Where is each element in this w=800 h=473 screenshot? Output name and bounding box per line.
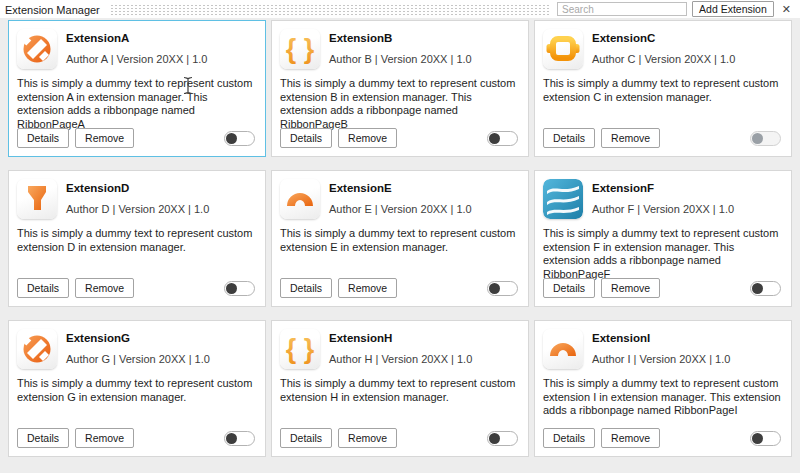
add-extension-button[interactable]: Add Extension [692,1,774,17]
extension-description: This is simply a dummy text to represent… [17,77,257,131]
enable-toggle[interactable] [750,431,781,446]
toggle-knob [489,283,500,294]
details-button[interactable]: Details [280,278,332,298]
braces-icon: { } [280,29,320,69]
extension-name: ExtensionB [329,32,472,44]
remove-button[interactable]: Remove [338,128,397,148]
socket-icon [543,29,583,69]
enable-toggle[interactable] [750,131,781,146]
remove-button[interactable]: Remove [601,428,660,448]
arch-icon [543,329,583,369]
details-button[interactable]: Details [280,128,332,148]
enable-toggle[interactable] [487,281,518,296]
toggle-knob [489,433,500,444]
details-button[interactable]: Details [17,428,69,448]
extension-description: This is simply a dummy text to represent… [543,77,783,104]
extension-description: This is simply a dummy text to represent… [280,377,520,404]
extension-name: ExtensionH [329,332,472,344]
extension-meta: Author H | Version 20XX | 1.0 [329,353,472,365]
drag-gripper-dots[interactable] [110,4,549,15]
extension-name: ExtensionF [592,182,734,194]
details-button[interactable]: Details [543,128,595,148]
extension-name: ExtensionC [592,32,735,44]
title-bar: Extension Manager Add Extension ✕ [0,0,800,18]
extension-name: ExtensionG [66,332,210,344]
extension-description: This is simply a dummy text to represent… [280,77,520,131]
extension-card-f[interactable]: ExtensionF Author F | Version 20XX | 1.0… [534,170,792,307]
toggle-knob [489,133,500,144]
details-button[interactable]: Details [17,128,69,148]
extension-meta: Author C | Version 20XX | 1.0 [592,53,735,65]
extension-meta: Author D | Version 20XX | 1.0 [66,203,209,215]
enable-toggle[interactable] [750,281,781,296]
extension-card-e[interactable]: ExtensionE Author E | Version 20XX | 1.0… [271,170,529,307]
extension-card-c[interactable]: ExtensionC Author C | Version 20XX | 1.0… [534,20,792,157]
enable-toggle[interactable] [224,431,255,446]
enable-toggle[interactable] [487,131,518,146]
page-title: Extension Manager [5,3,100,16]
extension-card-grid: ExtensionA Author A | Version 20XX | 1.0… [0,18,800,457]
extension-description: This is simply a dummy text to represent… [17,227,257,254]
extension-meta: Author E | Version 20XX | 1.0 [329,203,472,215]
details-button[interactable]: Details [543,278,595,298]
svg-text:{ }: { } [286,34,315,64]
svg-text:{ }: { } [286,334,315,364]
extension-card-a[interactable]: ExtensionA Author A | Version 20XX | 1.0… [8,20,266,157]
extension-card-b[interactable]: { } ExtensionB Author B | Version 20XX |… [271,20,529,157]
remove-button[interactable]: Remove [75,278,134,298]
braces-icon: { } [280,329,320,369]
search-input[interactable] [557,2,687,16]
arch-icon [280,179,320,219]
toggle-knob [226,283,237,294]
close-icon[interactable]: ✕ [782,4,791,15]
extension-name: ExtensionE [329,182,472,194]
toggle-knob [226,433,237,444]
extension-description: This is simply a dummy text to represent… [17,377,257,404]
extension-description: This is simply a dummy text to represent… [543,227,783,281]
pie-segments-icon [17,329,57,369]
extension-meta: Author G | Version 20XX | 1.0 [66,353,210,365]
waves-icon [543,179,583,219]
enable-toggle[interactable] [224,131,255,146]
extension-card-i[interactable]: ExtensionI Author I | Version 20XX | 1.0… [534,320,792,457]
remove-button[interactable]: Remove [338,278,397,298]
extension-name: ExtensionA [66,32,207,44]
details-button[interactable]: Details [17,278,69,298]
extension-description: This is simply a dummy text to represent… [280,227,520,254]
extension-meta: Author A | Version 20XX | 1.0 [66,53,207,65]
remove-button[interactable]: Remove [75,428,134,448]
extension-meta: Author I | Version 20XX | 1.0 [592,353,730,365]
extension-description: This is simply a dummy text to represent… [543,377,783,418]
remove-button[interactable]: Remove [601,278,660,298]
extension-card-d[interactable]: ExtensionD Author D | Version 20XX | 1.0… [8,170,266,307]
details-button[interactable]: Details [543,428,595,448]
extension-meta: Author B | Version 20XX | 1.0 [329,53,472,65]
extension-card-g[interactable]: ExtensionG Author G | Version 20XX | 1.0… [8,320,266,457]
toggle-knob [752,433,763,444]
toggle-knob [752,133,763,144]
extension-name: ExtensionI [592,332,730,344]
pie-segments-icon [17,29,57,69]
toggle-knob [226,133,237,144]
trowel-icon [17,179,57,219]
enable-toggle[interactable] [224,281,255,296]
details-button[interactable]: Details [280,428,332,448]
toggle-knob [752,283,763,294]
enable-toggle[interactable] [487,431,518,446]
remove-button[interactable]: Remove [338,428,397,448]
extension-card-h[interactable]: { } ExtensionH Author H | Version 20XX |… [271,320,529,457]
extension-meta: Author F | Version 20XX | 1.0 [592,203,734,215]
remove-button[interactable]: Remove [75,128,134,148]
remove-button[interactable]: Remove [601,128,660,148]
extension-name: ExtensionD [66,182,209,194]
